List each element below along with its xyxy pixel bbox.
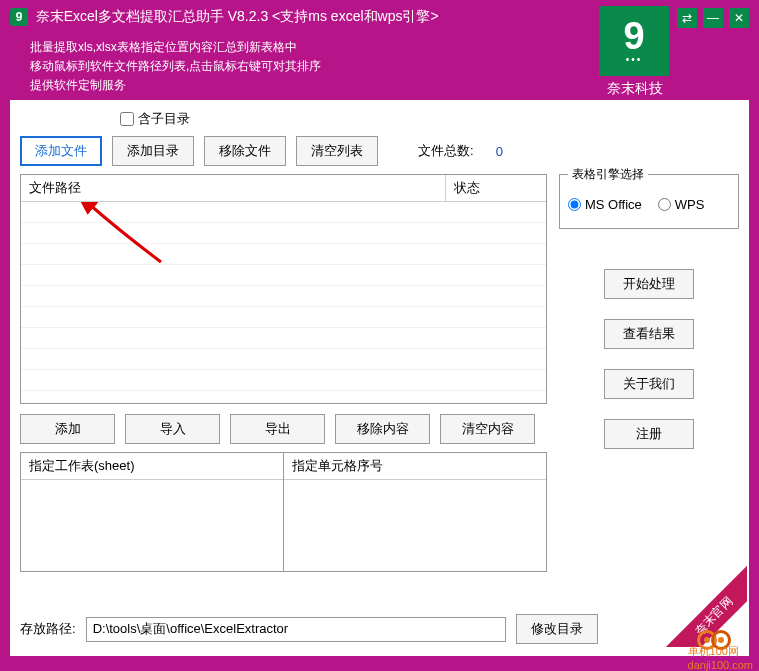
content-area: 含子目录 添加文件 添加目录 移除文件 清空列表 文件总数: 0 文件路径 状态	[10, 100, 749, 656]
window-controls: ⇄ — ✕	[677, 8, 749, 34]
titlebar-left: 9 奈末Excel多文档提取汇总助手 V8.2.3 <支持ms excel和wp…	[10, 8, 677, 96]
logo-nine-icon: 9	[623, 17, 644, 55]
brand-name: 奈末科技	[607, 80, 663, 98]
ms-radio-input[interactable]	[568, 198, 581, 211]
cell-header: 指定单元格序号	[284, 453, 546, 480]
add-file-button[interactable]: 添加文件	[20, 136, 102, 166]
cell-column[interactable]: 指定单元格序号	[284, 453, 546, 571]
save-path-row: 存放路径: 修改目录	[20, 614, 739, 644]
pin-button[interactable]: ⇄	[677, 8, 697, 28]
desc-line: 移动鼠标到软件文件路径列表,点击鼠标右键可对其排序	[30, 57, 677, 76]
wps-label: WPS	[675, 197, 705, 212]
sheet-header: 指定工作表(sheet)	[21, 453, 283, 480]
brand-logo: 9 •••	[599, 6, 669, 76]
add-dir-button[interactable]: 添加目录	[112, 136, 194, 166]
register-button[interactable]: 注册	[604, 419, 694, 449]
left-column: 文件路径 状态 添加 导入 导出 移除内容 清空内容	[20, 174, 547, 572]
app-window: 9 奈末Excel多文档提取汇总助手 V8.2.3 <支持ms excel和wp…	[0, 0, 759, 671]
file-table-body[interactable]	[21, 202, 546, 402]
remove-content-button[interactable]: 移除内容	[335, 414, 430, 444]
app-icon: 9	[10, 8, 28, 26]
file-count-value: 0	[496, 144, 503, 159]
app-title: 奈末Excel多文档提取汇总助手 V8.2.3 <支持ms excel和wps引…	[36, 8, 439, 24]
sheet-column[interactable]: 指定工作表(sheet)	[21, 453, 284, 571]
right-column: 表格引擎选择 MS Office WPS 开始处理 查看结果	[559, 174, 739, 572]
clear-list-button[interactable]: 清空列表	[296, 136, 378, 166]
ms-label: MS Office	[585, 197, 642, 212]
col-path-header[interactable]: 文件路径	[21, 175, 446, 201]
ms-office-radio[interactable]: MS Office	[568, 197, 642, 212]
remove-file-button[interactable]: 移除文件	[204, 136, 286, 166]
subdir-checkbox-input[interactable]	[120, 112, 134, 126]
export-button[interactable]: 导出	[230, 414, 325, 444]
logo-dots-icon: •••	[626, 55, 643, 65]
desc-line: 批量提取xls,xlsx表格指定位置内容汇总到新表格中	[30, 38, 677, 57]
mid-button-row: 添加 导入 导出 移除内容 清空内容	[20, 414, 547, 444]
clear-content-button[interactable]: 清空内容	[440, 414, 535, 444]
file-table[interactable]: 文件路径 状态	[20, 174, 547, 404]
include-subdir-checkbox[interactable]: 含子目录	[120, 110, 190, 128]
annotation-arrow-icon	[71, 202, 191, 292]
add-button[interactable]: 添加	[20, 414, 115, 444]
sheets-box: 指定工作表(sheet) 指定单元格序号	[20, 452, 547, 572]
wps-radio-input[interactable]	[658, 198, 671, 211]
about-button[interactable]: 关于我们	[604, 369, 694, 399]
import-button[interactable]: 导入	[125, 414, 220, 444]
wps-radio[interactable]: WPS	[658, 197, 705, 212]
file-count-label: 文件总数:	[418, 142, 474, 160]
minimize-button[interactable]: —	[703, 8, 723, 28]
col-status-header[interactable]: 状态	[446, 175, 546, 201]
engine-radio-row: MS Office WPS	[568, 197, 730, 212]
file-button-row: 添加文件 添加目录 移除文件 清空列表 文件总数: 0	[20, 136, 739, 166]
close-button[interactable]: ✕	[729, 8, 749, 28]
subdir-label: 含子目录	[138, 110, 190, 128]
action-buttons: 开始处理 查看结果 关于我们 注册	[559, 269, 739, 449]
subdir-row: 含子目录	[120, 110, 739, 128]
save-path-input[interactable]	[86, 617, 506, 642]
view-result-button[interactable]: 查看结果	[604, 319, 694, 349]
desc-line: 提供软件定制服务	[30, 76, 677, 95]
modify-dir-button[interactable]: 修改目录	[516, 614, 598, 644]
start-button[interactable]: 开始处理	[604, 269, 694, 299]
file-table-header: 文件路径 状态	[21, 175, 546, 202]
engine-title: 表格引擎选择	[568, 166, 648, 183]
main-area: 文件路径 状态 添加 导入 导出 移除内容 清空内容	[20, 174, 739, 572]
titlebar: 9 奈末Excel多文档提取汇总助手 V8.2.3 <支持ms excel和wp…	[0, 0, 759, 100]
app-description: 批量提取xls,xlsx表格指定位置内容汇总到新表格中 移动鼠标到软件文件路径列…	[10, 38, 677, 96]
save-path-label: 存放路径:	[20, 620, 76, 638]
watermark-text: 单机100网 danji100.com	[688, 644, 753, 671]
engine-groupbox: 表格引擎选择 MS Office WPS	[559, 174, 739, 229]
